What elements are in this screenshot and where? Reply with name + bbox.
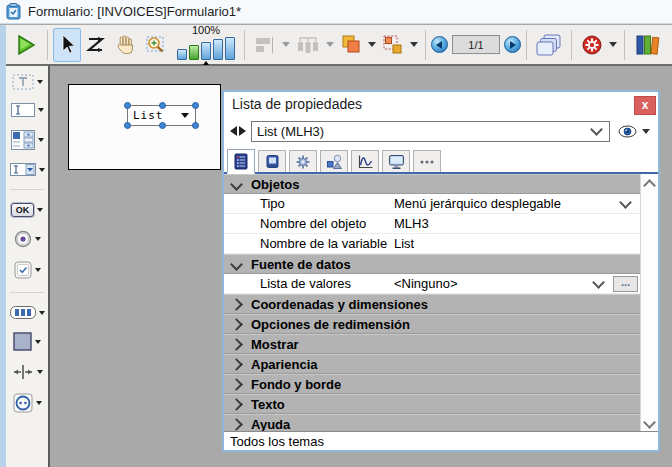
panel-scrollbar[interactable] [640,174,658,431]
previous-page-button[interactable] [431,36,448,53]
next-page-button[interactable] [504,36,521,53]
palette-tool-splitter[interactable] [12,364,43,380]
chevron-down-icon[interactable] [38,108,44,112]
selection-handle-top-left[interactable] [124,102,131,109]
tab-settings[interactable] [289,150,317,172]
palette-tool-combo-box[interactable] [10,163,45,176]
section-label: Objetos [251,177,299,192]
badges-button[interactable] [577,28,607,62]
palette-tool-check-box[interactable] [14,261,41,279]
selection-handle-top-right[interactable] [192,102,199,109]
chevron-down-icon[interactable] [39,311,45,315]
palette-tool-list-box[interactable] [11,130,44,150]
property-value[interactable]: MLH3 [394,216,640,231]
chevron-down-icon[interactable] [37,80,43,84]
chevron-right-icon [230,358,243,371]
tab-properties-list[interactable] [227,149,255,174]
view-filter-button[interactable] [618,125,652,138]
align-dropdown-icon[interactable] [282,42,290,47]
select-arrow-button[interactable] [53,28,81,62]
tab-data[interactable] [258,150,286,172]
next-arrow-icon [510,41,516,49]
form-page[interactable]: List [68,84,221,170]
palette-tool-button-bar[interactable] [10,306,45,319]
next-object-icon[interactable] [239,126,246,136]
form-pages-button[interactable] [532,28,566,62]
section-header-texto[interactable]: Texto [224,394,640,414]
explorer-books-button[interactable] [630,28,664,62]
form-editor-window: Formulario: [INVOICES]Formulario1* [0,0,672,467]
property-list: ObjetosTipoMenú jerárquico desplegableNo… [224,174,640,431]
toolbar-separator [624,30,625,60]
duplicate-dropdown-icon[interactable] [410,42,418,47]
hand-icon [115,34,137,56]
property-value[interactable]: <Ninguno> [394,276,594,291]
window-titlebar[interactable]: Formulario: [INVOICES]Formulario1* [0,0,672,24]
object-selector-combobox[interactable]: List (MLH3) [251,121,610,142]
section-header-fondo-y-borde[interactable]: Fondo y borde [224,374,640,394]
chevron-down-icon[interactable] [38,138,44,142]
radio-button-icon [14,230,32,248]
property-row-lista-de-valores: Lista de valores<Ninguno>... [224,274,640,294]
palette-tool-text-input[interactable] [11,103,44,117]
level-dropdown-icon[interactable] [368,42,376,47]
badges-dropdown-icon[interactable] [609,42,617,47]
chevron-down-icon[interactable] [37,208,43,212]
object-selector-row: List (MLH3) [224,116,658,146]
ellipsis-button[interactable]: ... [613,276,638,292]
property-value[interactable]: List [394,236,640,251]
previous-object-icon[interactable] [230,126,237,136]
section-header-mostrar[interactable]: Mostrar [224,334,640,354]
tab-more[interactable] [413,150,441,172]
chevron-down-icon[interactable] [35,268,41,272]
chevron-down-icon[interactable] [35,237,41,241]
selection-handle-bottom-center[interactable] [159,122,166,129]
dropdown-object[interactable]: List [127,105,196,126]
chevron-down-icon[interactable] [35,340,41,344]
chevron-down-icon[interactable] [592,276,605,289]
selection-handle-bottom-left[interactable] [124,122,131,129]
section-header-opciones-de-redimension[interactable]: Opciones de redimensión [224,314,640,334]
zoom-bars-icon[interactable] [177,37,235,60]
property-value[interactable]: Menú jerárquico desplegable [394,196,621,211]
section-label: Texto [251,397,285,412]
tab-events[interactable] [351,150,379,172]
panel-statusbar: Todos los temas [224,431,658,450]
section-label: Fondo y borde [251,377,341,392]
zoom-magnifier-button[interactable] [141,28,173,62]
run-form-button[interactable] [10,28,42,62]
zoom-level-widget[interactable]: 100% [177,25,235,65]
panel-titlebar[interactable]: Lista de propiedades x [224,92,658,116]
palette-tool-static-text[interactable] [12,74,43,90]
align-objects-button[interactable] [250,28,280,62]
pan-hand-button[interactable] [111,28,141,62]
selection-handle-top-center[interactable] [159,102,166,109]
tab-display[interactable] [382,150,410,172]
palette-tool-radio-button[interactable] [14,230,41,248]
duplicate-matrix-button[interactable] [378,28,408,62]
scroll-down-icon[interactable] [643,416,656,429]
scroll-up-icon[interactable] [643,179,656,192]
chevron-down-icon[interactable] [36,401,42,405]
tab-order-button[interactable] [81,28,111,62]
distribute-dropdown-icon[interactable] [326,42,334,47]
level-objects-button[interactable] [336,28,366,62]
palette-tool-button[interactable]: OK [11,203,44,217]
chevron-down-icon[interactable] [37,370,43,374]
selection-handle-bottom-right[interactable] [192,122,199,129]
panel-close-button[interactable]: x [634,96,656,115]
chevron-down-icon[interactable] [39,168,45,172]
tab-objects[interactable] [320,150,348,172]
object-nav-arrows [230,126,246,136]
distribute-objects-button[interactable] [292,28,324,62]
palette-tool-plugin-area[interactable] [13,393,42,413]
section-header-coordenadas-y-dimensiones[interactable]: Coordenadas y dimensiones [224,294,640,314]
palette-tool-rectangle[interactable] [13,332,41,351]
section-header-objetos[interactable]: Objetos [224,174,640,194]
section-header-fuente-de-datos[interactable]: Fuente de datos [224,254,640,274]
section-header-apariencia[interactable]: Apariencia [224,354,640,374]
page-indicator[interactable]: 1/1 [452,35,500,54]
palette-separator [10,292,44,293]
section-label: Fuente de datos [251,257,351,272]
chevron-down-icon[interactable] [619,196,632,209]
